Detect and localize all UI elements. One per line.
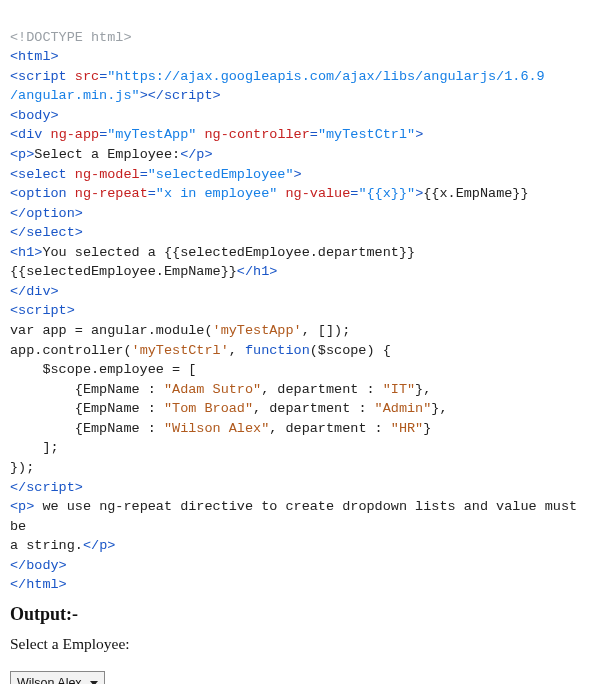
script-src-line2: /angular.min.js"></script> — [10, 88, 221, 103]
js-line-4: {EmpName : "Adam Sutro", department : "I… — [10, 382, 431, 397]
h1-line2: {{selectedEmployee.EmpName}}</h1> — [10, 264, 277, 279]
script-open: <script> — [10, 303, 75, 318]
js-line-5: {EmpName : "Tom Broad", department : "Ad… — [10, 401, 448, 416]
script-src-line: <script src="https://ajax.googleapis.com… — [10, 69, 545, 84]
code-block: <!DOCTYPE html> <html> <script src="http… — [10, 8, 591, 595]
html-open: <html> — [10, 49, 59, 64]
script-close: </script> — [10, 480, 83, 495]
select-open: <select ng-model="selectedEmployee"> — [10, 167, 302, 182]
div-close: </div> — [10, 284, 59, 299]
js-line-6: {EmpName : "Wilson Alex", department : "… — [10, 421, 431, 436]
body-close: </body> — [10, 558, 67, 573]
html-close: </html> — [10, 577, 67, 592]
output-block: Select a Employee: Wilson Alex You selec… — [10, 633, 591, 684]
h1-line1: <h1>You selected a {{selectedEmployee.de… — [10, 245, 415, 260]
option-line: <option ng-repeat="x in employee" ng-val… — [10, 186, 529, 221]
js-line-7: ]; — [10, 440, 59, 455]
js-line-1: var app = angular.module('myTestApp', []… — [10, 323, 350, 338]
output-label: Select a Employee: — [10, 633, 591, 655]
output-heading: Output:- — [10, 601, 591, 627]
js-line-3: $scope.employee = [ — [10, 362, 196, 377]
js-line-8: }); — [10, 460, 34, 475]
body-open: <body> — [10, 108, 59, 123]
div-open: <div ng-app="myTestApp" ng-controller="m… — [10, 127, 423, 142]
p-note-line1: <p> we use ng-repeat directive to create… — [10, 499, 585, 534]
doctype-line: <!DOCTYPE html> — [10, 30, 132, 45]
js-line-2: app.controller('myTestCtrl', function($s… — [10, 343, 391, 358]
p-note-line2: a string.</p> — [10, 538, 115, 553]
employee-select[interactable]: Wilson Alex — [10, 671, 105, 684]
employee-select-value: Wilson Alex — [17, 674, 82, 684]
p-select-line: <p>Select a Employee:</p> — [10, 147, 213, 162]
select-close: </select> — [10, 225, 83, 240]
